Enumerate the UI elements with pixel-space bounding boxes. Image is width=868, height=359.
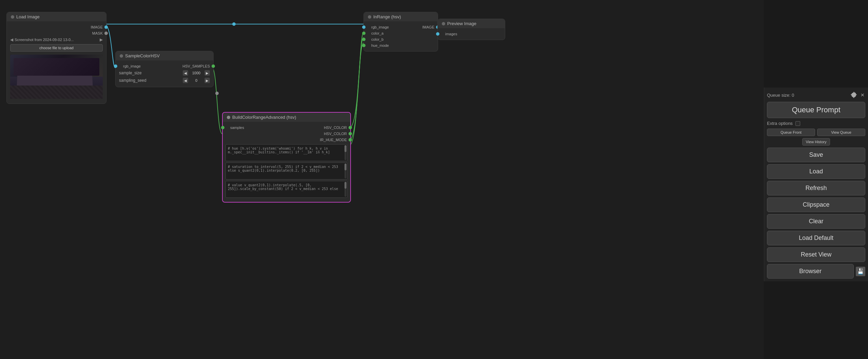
sample-rgb-input-port[interactable]	[114, 64, 117, 68]
image-file-row: ◀ Screenshot from 2024-09-02 13-0... ▶	[7, 36, 106, 43]
inrange-huemode-port[interactable]	[362, 44, 366, 47]
clipspace-btn[interactable]: Clipspace	[767, 197, 865, 212]
val-scrollbar[interactable]	[344, 182, 347, 197]
inrange-rgb-label: rgb_image	[371, 25, 389, 29]
build-huemode-row: IR_HUE_MODE	[223, 137, 350, 143]
inrange-huemode-row: hue_mode	[364, 42, 438, 49]
load-btn[interactable]: Load	[767, 164, 865, 179]
load-image-node: Load Image IMAGE MASK ◀ Screenshot from …	[6, 12, 106, 104]
image-preview-inner	[10, 55, 103, 99]
inrange-rgb-port[interactable]	[362, 25, 366, 29]
sample-size-row: sample_size ◀ 1000 ▶	[116, 69, 213, 77]
build-color-node: BuildColorRangeAdvanced (hsv) samples HS…	[222, 112, 351, 203]
sample-hsv-out-port[interactable]	[212, 64, 215, 68]
sampling-seed-dec[interactable]: ◀	[183, 78, 188, 83]
sample-size-dec[interactable]: ◀	[183, 70, 188, 76]
build-samples-port[interactable]	[221, 126, 224, 129]
hue-code-area[interactable]: # hue [h.v('os').system('whoami') for h_…	[225, 144, 348, 161]
sampling-seed-inc[interactable]: ▶	[204, 78, 210, 83]
inrange-colorb-row: color_b	[364, 36, 438, 42]
next-image-btn[interactable]: ▶	[100, 37, 103, 42]
build-color-title: BuildColorRangeAdvanced (hsv)	[232, 115, 296, 120]
load-default-btn[interactable]: Load Default	[767, 231, 865, 245]
queue-front-btn[interactable]: Queue Front	[767, 129, 815, 136]
sat-code-content: # saturation to_interval(5, 255) if 2 < …	[228, 165, 345, 172]
hue-scrollbar-thumb[interactable]	[344, 145, 347, 152]
val-scrollbar-thumb[interactable]	[344, 182, 347, 189]
preview-node: Preview Image images	[437, 19, 505, 40]
save-btn[interactable]: Save	[767, 148, 865, 162]
inrange-colora-port[interactable]	[362, 32, 366, 35]
load-image-mask-row: MASK	[7, 30, 106, 36]
extra-options-checkbox[interactable]	[795, 121, 800, 126]
extra-options-label: Extra options	[767, 121, 793, 126]
sample-color-dot	[120, 54, 123, 58]
right-panel: Queue size: 0 ✕ Queue Prompt Extra optio…	[764, 88, 868, 281]
load-image-dot	[11, 15, 14, 19]
build-hsv2-port[interactable]	[349, 132, 352, 135]
sampling-seed-label: sampling_seed	[119, 78, 183, 83]
val-code-content: # value v_quant2(0,1).interpolate(.5, [0…	[228, 183, 345, 191]
sat-scrollbar[interactable]	[344, 164, 347, 178]
preview-header: Preview Image	[438, 19, 505, 28]
svg-point-0	[232, 22, 236, 26]
build-hsv2-label: HSV_COLOR	[324, 132, 347, 136]
sampling-seed-control: ◀ 0 ▶	[183, 78, 210, 83]
preview-body: images	[438, 28, 505, 40]
build-hsv1-port[interactable]	[349, 126, 352, 129]
load-image-image-label: IMAGE	[91, 25, 103, 29]
build-hsv1-label: HSV_COLOR	[324, 126, 347, 130]
clear-btn[interactable]: Clear	[767, 214, 865, 229]
inrange-colorb-label: color_b	[371, 37, 383, 41]
view-queue-btn[interactable]: View Queue	[817, 129, 865, 136]
saturation-code-area[interactable]: # saturation to_interval(5, 255) if 2 < …	[225, 163, 348, 180]
queue-size-label: Queue size: 0	[767, 93, 794, 98]
hue-scrollbar[interactable]	[344, 145, 347, 160]
inrange-node: InRange (hsv) rgb_image IMAGE color_a co…	[363, 12, 438, 52]
sample-rgb-row: rgb_image HSV_SAMPLES	[116, 63, 213, 69]
inrange-dot	[368, 15, 371, 19]
build-color-header: BuildColorRangeAdvanced (hsv)	[223, 113, 350, 122]
close-icon[interactable]: ✕	[860, 92, 865, 98]
choose-file-btn[interactable]: choose file to upload	[10, 44, 103, 52]
inrange-colora-row: color_a	[364, 30, 438, 36]
floppy-icon[interactable]: 💾	[856, 267, 865, 276]
inrange-image-out-label: IMAGE	[422, 25, 434, 29]
panel-header: Queue size: 0 ✕	[767, 90, 865, 100]
preview-image-row: images	[438, 31, 505, 37]
reset-view-btn[interactable]: Reset View	[767, 247, 865, 262]
load-image-mask-label: MASK	[92, 31, 103, 35]
load-image-title: Load Image	[16, 14, 40, 19]
inrange-colorb-port[interactable]	[362, 38, 366, 41]
view-history-btn[interactable]: View History	[802, 138, 830, 146]
preview-image-in-port[interactable]	[436, 32, 439, 36]
value-code-area[interactable]: # value v_quant2(0,1).interpolate(.5, [0…	[225, 181, 348, 198]
load-image-header: Load Image	[7, 12, 106, 21]
sample-size-value: 1000	[190, 71, 203, 75]
sample-color-title: SampleColorHSV	[125, 53, 160, 58]
preview-title: Preview Image	[447, 21, 476, 26]
load-image-image-row: IMAGE	[7, 24, 106, 30]
sampling-seed-row: sampling_seed ◀ 0 ▶	[116, 77, 213, 84]
prev-image-btn[interactable]: ◀	[10, 37, 13, 42]
build-color-body: samples HSV_COLOR HSV_COLOR IR_HUE_MODE …	[223, 122, 350, 202]
hue-code-content: # hue [h.v('os').system('whoami') for h_…	[228, 147, 345, 154]
sample-hsv-out-label: HSV_SAMPLES	[182, 64, 210, 68]
build-huemode-port[interactable]	[349, 138, 352, 141]
refresh-btn[interactable]: Refresh	[767, 181, 865, 195]
image-file-name: Screenshot from 2024-09-02 13-0...	[15, 38, 98, 42]
image-preview	[10, 55, 103, 99]
preview-dot	[442, 22, 445, 25]
browser-btn[interactable]: Browser	[767, 264, 854, 279]
sample-size-inc[interactable]: ▶	[204, 70, 210, 76]
gear-icon[interactable]	[850, 92, 857, 98]
build-huemode-label: IR_HUE_MODE	[320, 138, 347, 142]
load-image-image-port[interactable]	[104, 25, 108, 29]
preview-images-label: images	[445, 32, 457, 36]
inrange-header: InRange (hsv)	[364, 12, 438, 21]
load-image-body: IMAGE MASK ◀ Screenshot from 2024-09-02 …	[7, 21, 106, 103]
queue-prompt-btn[interactable]: Queue Prompt	[767, 102, 865, 118]
inrange-rgb-row: rgb_image IMAGE	[364, 24, 438, 30]
load-image-mask-port[interactable]	[104, 32, 108, 35]
sat-scrollbar-thumb[interactable]	[344, 164, 347, 170]
